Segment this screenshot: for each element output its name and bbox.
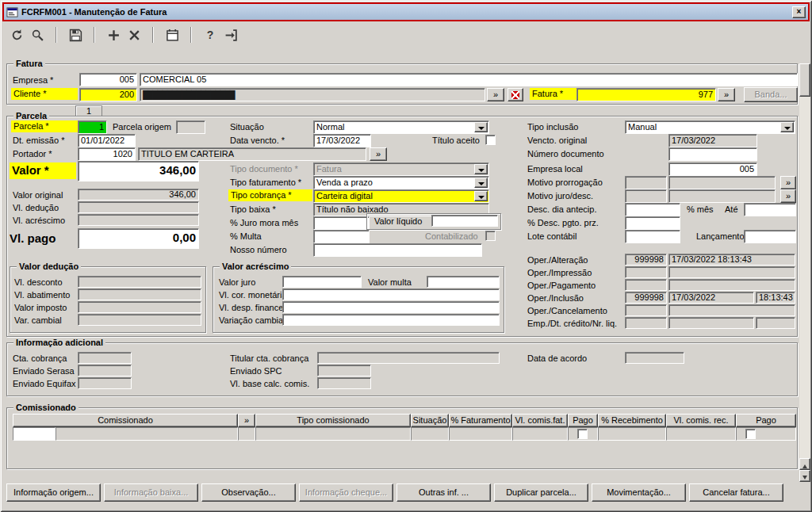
chevron-down-icon[interactable] <box>474 191 488 201</box>
cliente-clear-button[interactable] <box>508 88 523 101</box>
desc-ate-field[interactable] <box>744 203 796 216</box>
informacao-cheque-button: Informação cheque... <box>299 483 393 502</box>
enviado-equifax-field <box>78 377 132 389</box>
data-vencto-field[interactable]: 17/03/2022 <box>313 134 371 147</box>
tipo-faturamento-value: Venda a prazo <box>316 178 373 187</box>
grid-cell-comissionado-code[interactable] <box>13 427 56 441</box>
vl-acrescimo-field <box>78 214 199 226</box>
scrollbar-thumb[interactable] <box>799 63 810 97</box>
scroll-down-button[interactable] <box>799 470 810 482</box>
add-button[interactable] <box>103 25 124 44</box>
col-header-lookup[interactable]: » <box>238 414 255 427</box>
empresa-local-field[interactable]: 005 <box>668 162 757 176</box>
chevron-down-icon[interactable] <box>780 122 794 132</box>
multa-field[interactable] <box>313 230 370 243</box>
parcela-label: Parcela * <box>11 120 78 132</box>
cliente-lookup-button[interactable]: » <box>487 88 504 101</box>
oper-cancelamento-oper-field <box>625 304 667 316</box>
tipo-documento-select: Fatura <box>313 162 489 176</box>
motivo-prorrogacao-lookup-button[interactable]: » <box>780 176 796 189</box>
titulo-aceito-checkbox[interactable] <box>485 135 496 145</box>
scroll-up-button[interactable] <box>799 458 810 470</box>
empresa-name-field[interactable]: COMERCIAL 05 <box>140 73 798 86</box>
parcela-field[interactable]: 1 <box>78 120 107 134</box>
grid-cell-pct-recebimento[interactable] <box>598 427 666 441</box>
dt-emissao-field[interactable]: 01/01/2022 <box>78 134 136 147</box>
variacao-cambial-field[interactable] <box>282 314 500 326</box>
refresh-button[interactable] <box>6 25 27 44</box>
grid-pago-1-checkbox[interactable] <box>577 429 588 439</box>
valor-multa-label: Valor multa <box>368 277 412 288</box>
tipo-inclusao-select[interactable]: Manual <box>625 120 795 134</box>
fatura-number-label: Fatura * <box>530 88 576 100</box>
fatura-lookup-button[interactable]: » <box>718 88 735 101</box>
tipo-baixa-label: Tipo baixa * <box>230 204 276 215</box>
nosso-numero-field[interactable] <box>313 243 482 257</box>
valor-liquido-field[interactable] <box>431 215 498 227</box>
parcela-tab-1[interactable]: 1 <box>75 105 102 117</box>
situacao-select[interactable]: Normal <box>313 120 489 134</box>
empresa-label: Empresa * <box>13 75 53 86</box>
col-header-situacao: Situação <box>411 414 449 427</box>
lote-contabil-label: Lote contábil <box>527 231 576 242</box>
observacao-button[interactable]: Observação... <box>201 483 296 502</box>
numero-documento-field[interactable] <box>668 147 757 161</box>
exit-button[interactable] <box>220 25 241 44</box>
lote-contabil-field[interactable] <box>625 230 680 243</box>
duplicar-parcela-button[interactable]: Duplicar parcela... <box>494 483 588 502</box>
title-bar: FCRFM001 - Manutenção de Fatura × <box>2 2 810 21</box>
desc-pgto-prz-field[interactable] <box>625 216 680 230</box>
fatura-number-field[interactable]: 977 <box>576 88 716 101</box>
chevron-down-icon[interactable] <box>474 178 488 188</box>
vl-cor-monetaria-field[interactable] <box>282 288 500 300</box>
tipo-faturamento-label: Tipo faturamento * <box>230 178 301 188</box>
valor-multa-field[interactable] <box>427 276 500 288</box>
oper-impressao-datetime-field <box>668 266 795 278</box>
cancelar-fatura-button[interactable]: Cancelar fatura... <box>689 483 783 502</box>
grid-cell-lookup[interactable] <box>238 427 255 441</box>
save-button[interactable] <box>65 25 86 44</box>
oper-inclusao-date-field: 17/03/2022 <box>668 292 754 304</box>
oper-alteracao-datetime-field: 17/03/2022 18:13:43 <box>668 254 795 266</box>
juro-mora-field[interactable] <box>313 216 370 230</box>
cliente-code-field[interactable]: 200 <box>79 88 137 101</box>
outras-inf-button[interactable]: Outras inf. ... <box>396 483 491 502</box>
window-icon <box>6 6 18 18</box>
tipo-cobranca-select[interactable]: Carteira digital <box>313 189 489 203</box>
informacao-origem-button[interactable]: Informação origem... <box>6 483 101 502</box>
grid-cell-situacao[interactable] <box>411 427 449 441</box>
delete-button[interactable] <box>124 25 144 44</box>
valor-juro-field[interactable] <box>282 276 362 288</box>
vl-pago-field[interactable]: 0,00 <box>78 228 199 249</box>
help-button[interactable]: ? <box>200 25 220 44</box>
chevron-down-icon[interactable] <box>474 122 488 132</box>
vertical-scrollbar[interactable] <box>799 63 810 482</box>
vl-desp-financeira-field[interactable] <box>282 301 500 313</box>
valor-original-field: 346,00 <box>78 189 199 201</box>
col-header-pct-faturamento: % Faturamento <box>449 414 512 427</box>
enviado-serasa-label: Enviado Serasa <box>13 366 75 376</box>
portador-code-field[interactable]: 1020 <box>78 147 136 161</box>
portador-lookup-button[interactable]: » <box>370 147 387 161</box>
vl-desconto-label: Vl. desconto <box>14 277 63 288</box>
grid-cell-vl-comis-fat[interactable] <box>512 427 568 441</box>
calendar-button[interactable] <box>162 25 182 44</box>
movimentacao-button[interactable]: Movimentação... <box>592 483 686 502</box>
grid-pago-2-checkbox[interactable] <box>745 429 756 439</box>
search-button[interactable] <box>27 25 48 44</box>
tipo-faturamento-select[interactable]: Venda a prazo <box>313 176 489 189</box>
oper-cancelamento-datetime-field <box>668 304 795 316</box>
grid-cell-pct-faturamento[interactable] <box>449 427 512 441</box>
lancamento-field[interactable] <box>744 230 796 243</box>
motivo-juro-lookup-button[interactable]: » <box>780 189 796 203</box>
close-button[interactable]: × <box>792 6 806 18</box>
grid-cell-tipo-comissionado[interactable] <box>255 427 411 441</box>
valor-field[interactable]: 346,00 <box>78 161 199 181</box>
grid-cell-comissionado-name[interactable] <box>56 427 238 441</box>
desc-pgto-prz-label: % Desc. pgto. prz. <box>527 218 599 228</box>
desc-dia-antecip-field[interactable] <box>625 203 680 216</box>
comissionado-legend: Comissionado <box>13 403 79 412</box>
grid-cell-vl-comis-rec[interactable] <box>666 427 736 441</box>
empresa-code-field[interactable]: 005 <box>79 73 137 86</box>
lancamento-label: Lançamento <box>696 231 745 242</box>
